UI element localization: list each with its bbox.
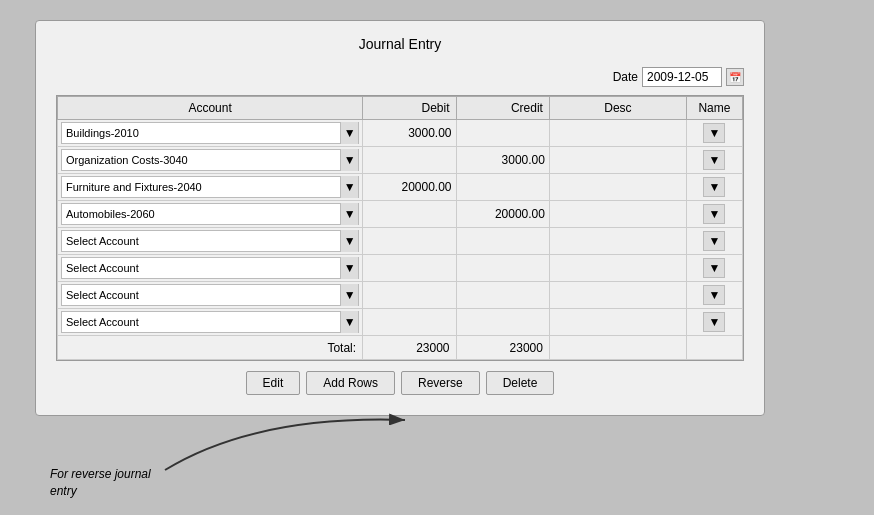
account-text-1: Organization Costs-3040: [62, 154, 340, 166]
credit-cell-6[interactable]: [456, 282, 549, 309]
desc-cell-7[interactable]: [549, 309, 686, 336]
account-text-7: Select Account: [62, 316, 340, 328]
desc-cell-6[interactable]: [549, 282, 686, 309]
total-debit: 23000: [363, 336, 456, 360]
desc-cell-1[interactable]: [549, 147, 686, 174]
header-account: Account: [58, 97, 363, 120]
name-cell-2: ▼: [686, 174, 742, 201]
name-cell-4: ▼: [686, 228, 742, 255]
account-text-2: Furniture and Fixtures-2040: [62, 181, 340, 193]
total-label: Total:: [58, 336, 363, 360]
header-name: Name: [686, 97, 742, 120]
journal-table-container: Account Debit Credit Desc Name Buildings…: [56, 95, 744, 361]
name-cell-0: ▼: [686, 120, 742, 147]
buttons-row: Edit Add Rows Reverse Delete: [56, 371, 744, 395]
total-desc-empty: [549, 336, 686, 360]
table-row: Select Account▼▼: [58, 282, 743, 309]
name-dropdown-btn-2[interactable]: ▼: [703, 177, 725, 197]
calendar-icon[interactable]: 📅: [726, 68, 744, 86]
add-rows-button[interactable]: Add Rows: [306, 371, 395, 395]
date-label: Date: [613, 70, 638, 84]
name-cell-5: ▼: [686, 255, 742, 282]
date-input[interactable]: [642, 67, 722, 87]
account-select-0[interactable]: Buildings-2010▼: [61, 122, 359, 144]
total-row: Total:2300023000: [58, 336, 743, 360]
page-title: Journal Entry: [56, 36, 744, 52]
account-dropdown-btn-3[interactable]: ▼: [340, 203, 358, 225]
reverse-button[interactable]: Reverse: [401, 371, 480, 395]
account-dropdown-btn-5[interactable]: ▼: [340, 257, 358, 279]
debit-cell-6[interactable]: [363, 282, 456, 309]
name-cell-6: ▼: [686, 282, 742, 309]
account-select-1[interactable]: Organization Costs-3040▼: [61, 149, 359, 171]
account-text-3: Automobiles-2060: [62, 208, 340, 220]
journal-entry-window: Journal Entry Date 📅 Account Debit Credi…: [35, 20, 765, 416]
desc-cell-4[interactable]: [549, 228, 686, 255]
account-select-6[interactable]: Select Account▼: [61, 284, 359, 306]
desc-cell-0[interactable]: [549, 120, 686, 147]
table-row: Buildings-2010▼3000.00▼: [58, 120, 743, 147]
name-dropdown-btn-4[interactable]: ▼: [703, 231, 725, 251]
delete-button[interactable]: Delete: [486, 371, 555, 395]
table-row: Select Account▼▼: [58, 228, 743, 255]
name-dropdown-btn-5[interactable]: ▼: [703, 258, 725, 278]
credit-cell-3[interactable]: 20000.00: [456, 201, 549, 228]
name-dropdown-btn-6[interactable]: ▼: [703, 285, 725, 305]
account-text-5: Select Account: [62, 262, 340, 274]
header-debit: Debit: [363, 97, 456, 120]
account-dropdown-btn-4[interactable]: ▼: [340, 230, 358, 252]
desc-cell-3[interactable]: [549, 201, 686, 228]
reverse-arrow: [155, 405, 425, 485]
header-credit: Credit: [456, 97, 549, 120]
date-row: Date 📅: [56, 67, 744, 87]
name-cell-3: ▼: [686, 201, 742, 228]
table-row: Select Account▼▼: [58, 309, 743, 336]
desc-cell-2[interactable]: [549, 174, 686, 201]
credit-cell-4[interactable]: [456, 228, 549, 255]
name-dropdown-btn-7[interactable]: ▼: [703, 312, 725, 332]
account-text-0: Buildings-2010: [62, 127, 340, 139]
account-dropdown-btn-1[interactable]: ▼: [340, 149, 358, 171]
total-credit: 23000: [456, 336, 549, 360]
credit-cell-1[interactable]: 3000.00: [456, 147, 549, 174]
table-row: Select Account▼▼: [58, 255, 743, 282]
credit-cell-7[interactable]: [456, 309, 549, 336]
credit-cell-2[interactable]: [456, 174, 549, 201]
account-dropdown-btn-7[interactable]: ▼: [340, 311, 358, 333]
account-select-3[interactable]: Automobiles-2060▼: [61, 203, 359, 225]
account-select-2[interactable]: Furniture and Fixtures-2040▼: [61, 176, 359, 198]
header-desc: Desc: [549, 97, 686, 120]
account-dropdown-btn-2[interactable]: ▼: [340, 176, 358, 198]
account-select-4[interactable]: Select Account▼: [61, 230, 359, 252]
debit-cell-3[interactable]: [363, 201, 456, 228]
account-select-7[interactable]: Select Account▼: [61, 311, 359, 333]
journal-table: Account Debit Credit Desc Name Buildings…: [57, 96, 743, 360]
credit-cell-0[interactable]: [456, 120, 549, 147]
name-dropdown-btn-1[interactable]: ▼: [703, 150, 725, 170]
debit-cell-2[interactable]: 20000.00: [363, 174, 456, 201]
table-row: Organization Costs-3040▼3000.00▼: [58, 147, 743, 174]
debit-cell-5[interactable]: [363, 255, 456, 282]
credit-cell-5[interactable]: [456, 255, 549, 282]
desc-cell-5[interactable]: [549, 255, 686, 282]
account-dropdown-btn-0[interactable]: ▼: [340, 122, 358, 144]
name-cell-1: ▼: [686, 147, 742, 174]
name-dropdown-btn-0[interactable]: ▼: [703, 123, 725, 143]
debit-cell-7[interactable]: [363, 309, 456, 336]
table-header-row: Account Debit Credit Desc Name: [58, 97, 743, 120]
total-name-empty: [686, 336, 742, 360]
account-text-4: Select Account: [62, 235, 340, 247]
account-text-6: Select Account: [62, 289, 340, 301]
account-dropdown-btn-6[interactable]: ▼: [340, 284, 358, 306]
annotation: For reverse journal entry: [50, 466, 151, 500]
debit-cell-0[interactable]: 3000.00: [363, 120, 456, 147]
account-select-5[interactable]: Select Account▼: [61, 257, 359, 279]
debit-cell-1[interactable]: [363, 147, 456, 174]
table-row: Furniture and Fixtures-2040▼20000.00▼: [58, 174, 743, 201]
name-cell-7: ▼: [686, 309, 742, 336]
table-row: Automobiles-2060▼20000.00▼: [58, 201, 743, 228]
name-dropdown-btn-3[interactable]: ▼: [703, 204, 725, 224]
edit-button[interactable]: Edit: [246, 371, 301, 395]
debit-cell-4[interactable]: [363, 228, 456, 255]
